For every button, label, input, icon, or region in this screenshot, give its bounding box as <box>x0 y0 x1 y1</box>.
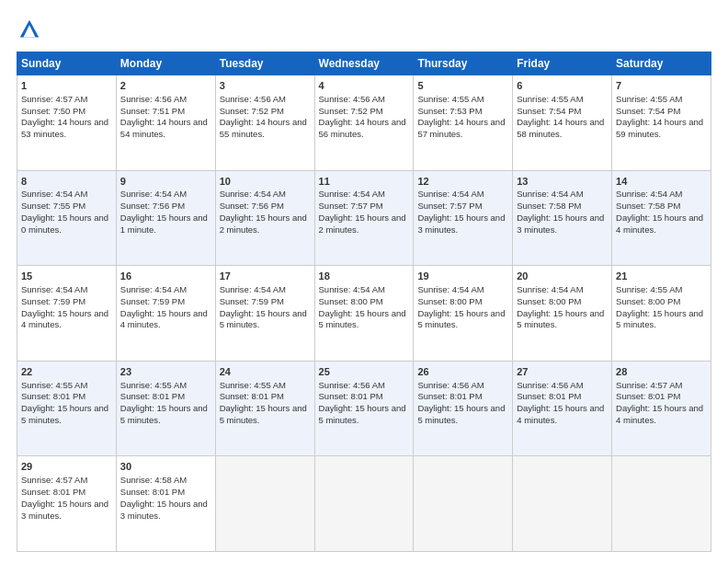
calendar-cell: 12Sunrise: 4:54 AMSunset: 7:57 PMDayligh… <box>414 170 513 266</box>
calendar-cell: 20Sunrise: 4:54 AMSunset: 8:00 PMDayligh… <box>513 266 612 362</box>
calendar-cell: 26Sunrise: 4:56 AMSunset: 8:01 PMDayligh… <box>414 361 513 456</box>
sunrise-label: Sunrise: 4:56 AM <box>319 380 385 390</box>
sunrise-label: Sunrise: 4:55 AM <box>21 380 87 390</box>
day-header-friday: Friday <box>513 52 612 75</box>
sunset-label: Sunset: 8:01 PM <box>21 487 85 497</box>
sunset-label: Sunset: 7:55 PM <box>21 201 85 211</box>
day-number: 17 <box>220 270 311 283</box>
daylight-label: Daylight: 15 hours and 3 minutes. <box>517 213 604 235</box>
sunset-label: Sunset: 7:51 PM <box>120 106 185 116</box>
day-number: 25 <box>319 365 410 379</box>
sunrise-label: Sunrise: 4:55 AM <box>220 380 286 390</box>
calendar-table: SundayMondayTuesdayWednesdayThursdayFrid… <box>17 52 711 552</box>
calendar-cell: 27Sunrise: 4:56 AMSunset: 8:01 PMDayligh… <box>513 361 612 456</box>
daylight-label: Daylight: 15 hours and 5 minutes. <box>517 308 604 330</box>
sunset-label: Sunset: 7:59 PM <box>220 296 284 306</box>
daylight-label: Daylight: 15 hours and 5 minutes. <box>616 308 703 330</box>
sunrise-label: Sunrise: 4:54 AM <box>120 189 187 199</box>
sunset-label: Sunset: 8:01 PM <box>220 391 284 401</box>
calendar-cell: 6Sunrise: 4:55 AMSunset: 7:54 PMDaylight… <box>513 75 612 171</box>
calendar-cell: 25Sunrise: 4:56 AMSunset: 8:01 PMDayligh… <box>314 361 414 456</box>
daylight-label: Daylight: 14 hours and 59 minutes. <box>616 117 703 139</box>
calendar-cell: 28Sunrise: 4:57 AMSunset: 8:01 PMDayligh… <box>612 361 711 456</box>
sunset-label: Sunset: 8:00 PM <box>417 296 482 306</box>
day-header-monday: Monday <box>116 52 215 75</box>
daylight-label: Daylight: 14 hours and 55 minutes. <box>220 117 307 139</box>
sunrise-label: Sunrise: 4:54 AM <box>417 284 483 294</box>
sunset-label: Sunset: 7:52 PM <box>220 106 284 116</box>
sunset-label: Sunset: 7:52 PM <box>319 106 383 116</box>
calendar-cell: 29Sunrise: 4:57 AMSunset: 8:01 PMDayligh… <box>17 456 117 552</box>
day-number: 26 <box>417 365 508 379</box>
sunrise-label: Sunrise: 4:57 AM <box>21 94 87 104</box>
daylight-label: Daylight: 15 hours and 4 minutes. <box>120 308 208 330</box>
day-number: 22 <box>21 365 112 379</box>
daylight-label: Daylight: 15 hours and 4 minutes. <box>616 403 703 425</box>
sunset-label: Sunset: 8:01 PM <box>319 391 383 401</box>
day-number: 27 <box>517 365 608 379</box>
calendar-cell: 9Sunrise: 4:54 AMSunset: 7:56 PMDaylight… <box>116 170 215 266</box>
sunset-label: Sunset: 8:01 PM <box>616 391 680 401</box>
day-number: 28 <box>616 365 707 379</box>
daylight-label: Daylight: 15 hours and 5 minutes. <box>220 308 307 330</box>
sunset-label: Sunset: 7:54 PM <box>517 106 581 116</box>
day-number: 16 <box>120 270 211 283</box>
sunset-label: Sunset: 8:01 PM <box>417 391 482 401</box>
sunset-label: Sunset: 8:00 PM <box>517 296 581 306</box>
calendar-cell <box>215 456 314 552</box>
calendar-header-row: SundayMondayTuesdayWednesdayThursdayFrid… <box>17 52 711 75</box>
day-header-tuesday: Tuesday <box>215 52 314 75</box>
day-number: 5 <box>417 79 508 93</box>
daylight-label: Daylight: 15 hours and 5 minutes. <box>220 403 307 425</box>
calendar-week-2: 8Sunrise: 4:54 AMSunset: 7:55 PMDaylight… <box>17 170 711 266</box>
sunrise-label: Sunrise: 4:56 AM <box>417 380 483 390</box>
sunset-label: Sunset: 7:54 PM <box>616 106 680 116</box>
day-header-thursday: Thursday <box>414 52 513 75</box>
sunrise-label: Sunrise: 4:54 AM <box>417 189 483 199</box>
calendar-cell: 16Sunrise: 4:54 AMSunset: 7:59 PMDayligh… <box>116 266 215 362</box>
calendar-week-5: 29Sunrise: 4:57 AMSunset: 8:01 PMDayligh… <box>17 456 711 552</box>
day-number: 10 <box>220 175 311 189</box>
day-number: 3 <box>220 79 311 93</box>
sunset-label: Sunset: 7:56 PM <box>220 201 284 211</box>
calendar-cell: 17Sunrise: 4:54 AMSunset: 7:59 PMDayligh… <box>215 266 314 362</box>
sunset-label: Sunset: 8:01 PM <box>120 487 185 497</box>
sunrise-label: Sunrise: 4:55 AM <box>616 94 682 104</box>
sunset-label: Sunset: 8:01 PM <box>517 391 581 401</box>
daylight-label: Daylight: 15 hours and 3 minutes. <box>120 499 208 521</box>
daylight-label: Daylight: 15 hours and 2 minutes. <box>319 213 406 235</box>
day-number: 9 <box>120 175 211 189</box>
day-number: 12 <box>417 175 508 189</box>
daylight-label: Daylight: 15 hours and 2 minutes. <box>220 213 307 235</box>
sunrise-label: Sunrise: 4:58 AM <box>120 475 187 485</box>
calendar-cell: 13Sunrise: 4:54 AMSunset: 7:58 PMDayligh… <box>513 170 612 266</box>
calendar-week-4: 22Sunrise: 4:55 AMSunset: 8:01 PMDayligh… <box>17 361 711 456</box>
sunrise-label: Sunrise: 4:56 AM <box>220 94 286 104</box>
calendar-cell: 18Sunrise: 4:54 AMSunset: 8:00 PMDayligh… <box>314 266 414 362</box>
sunset-label: Sunset: 7:58 PM <box>517 201 581 211</box>
daylight-label: Daylight: 14 hours and 53 minutes. <box>21 117 108 139</box>
calendar-cell: 1Sunrise: 4:57 AMSunset: 7:50 PMDaylight… <box>17 75 117 171</box>
daylight-label: Daylight: 14 hours and 57 minutes. <box>417 117 505 139</box>
calendar-cell: 24Sunrise: 4:55 AMSunset: 8:01 PMDayligh… <box>215 361 314 456</box>
sunrise-label: Sunrise: 4:55 AM <box>417 94 483 104</box>
day-number: 1 <box>21 79 112 93</box>
sunrise-label: Sunrise: 4:55 AM <box>517 94 583 104</box>
sunrise-label: Sunrise: 4:55 AM <box>120 380 187 390</box>
day-number: 11 <box>319 175 410 189</box>
sunrise-label: Sunrise: 4:54 AM <box>319 189 385 199</box>
header <box>17 17 711 42</box>
daylight-label: Daylight: 15 hours and 5 minutes. <box>319 403 406 425</box>
sunset-label: Sunset: 8:01 PM <box>21 391 85 401</box>
sunrise-label: Sunrise: 4:54 AM <box>120 284 187 294</box>
sunset-label: Sunset: 7:58 PM <box>616 201 680 211</box>
calendar-cell: 3Sunrise: 4:56 AMSunset: 7:52 PMDaylight… <box>215 75 314 171</box>
day-number: 21 <box>616 270 707 283</box>
day-header-saturday: Saturday <box>612 52 711 75</box>
daylight-label: Daylight: 14 hours and 58 minutes. <box>517 117 604 139</box>
sunset-label: Sunset: 7:53 PM <box>417 106 482 116</box>
daylight-label: Daylight: 15 hours and 5 minutes. <box>417 403 505 425</box>
calendar-cell: 11Sunrise: 4:54 AMSunset: 7:57 PMDayligh… <box>314 170 414 266</box>
daylight-label: Daylight: 15 hours and 3 minutes. <box>21 499 108 521</box>
day-number: 6 <box>517 79 608 93</box>
